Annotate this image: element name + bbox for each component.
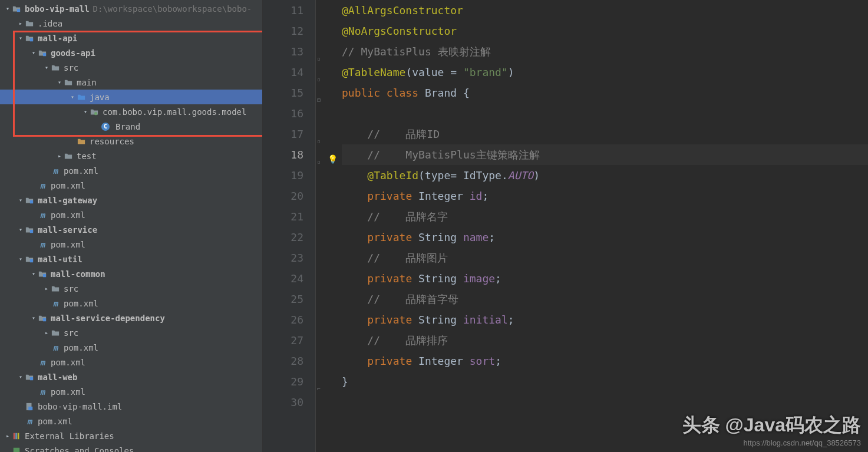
fold-box-icon[interactable]: ▫	[317, 69, 321, 90]
line-number[interactable]: 22	[263, 227, 303, 248]
tree-item--idea[interactable]: ▸.idea	[0, 16, 262, 31]
tree-item-pom-xml[interactable]: mpom.xml	[0, 207, 262, 222]
line-number[interactable]: 12	[263, 21, 303, 41]
chevron-right-icon[interactable]: ▸	[42, 285, 51, 292]
fold-open-icon[interactable]: ⊟	[317, 90, 321, 110]
code-line[interactable]: private Integer id;	[342, 186, 868, 206]
chevron-down-icon[interactable]: ▾	[16, 35, 25, 41]
chevron-down-icon[interactable]: ▾	[29, 270, 38, 277]
line-number[interactable]: 26	[263, 309, 303, 330]
code-line[interactable]: private String initial;	[342, 309, 868, 330]
code-line[interactable]: // 品牌首字母	[342, 289, 868, 309]
chevron-down-icon[interactable]: ▾	[16, 197, 25, 203]
tree-item-pom-xml[interactable]: mpom.xml	[0, 384, 262, 399]
code-line[interactable]: @TableId(type= IdType.AUTO)	[342, 165, 868, 186]
line-number[interactable]: 18	[263, 144, 303, 165]
tree-item-pom-xml[interactable]: mpom.xml	[0, 340, 262, 355]
tree-item-main[interactable]: ▾main	[0, 75, 262, 90]
code-line[interactable]: private Integer sort;	[342, 351, 868, 371]
line-number[interactable]: 16	[263, 103, 303, 124]
chevron-down-icon[interactable]: ▾	[42, 64, 51, 71]
chevron-down-icon[interactable]: ▾	[29, 315, 38, 321]
fold-column[interactable]: ▫▫⊟▫▫⌐	[316, 0, 326, 452]
tree-item-pom-xml[interactable]: mpom.xml	[0, 163, 262, 178]
line-number[interactable]: 29	[263, 371, 303, 392]
code-line[interactable]: @TableName(value = "brand")	[342, 62, 868, 83]
line-number[interactable]: 25	[263, 289, 303, 309]
chevron-right-icon[interactable]: ▸	[4, 433, 12, 439]
code-line[interactable]: private String image;	[342, 268, 868, 289]
line-number[interactable]: 20	[263, 186, 303, 206]
tree-item-scratches-and-consoles[interactable]: Scratches and Consoles	[0, 443, 262, 452]
tree-item-brand[interactable]: CBrand	[0, 119, 262, 134]
lightbulb-icon[interactable]: 💡	[328, 149, 338, 170]
code-line[interactable]: private String name;	[342, 227, 868, 248]
tree-item-mall-api[interactable]: ▾mall-api	[0, 31, 262, 45]
code-line[interactable]: // MyBatisPlus 表映射注解	[342, 41, 868, 62]
tree-item-src[interactable]: ▸src	[0, 325, 262, 340]
tree-item-mall-gateway[interactable]: ▾mall-gateway	[0, 193, 262, 207]
tree-item-pom-xml[interactable]: mpom.xml	[0, 414, 262, 428]
tree-item-src[interactable]: ▾src	[0, 60, 262, 75]
code-line[interactable]: // 品牌名字	[342, 206, 868, 227]
tree-item-mall-util[interactable]: ▾mall-util	[0, 252, 262, 266]
line-number[interactable]: 30	[263, 392, 303, 413]
line-number[interactable]: 23	[263, 248, 303, 268]
code-line[interactable]: }	[342, 371, 868, 392]
chevron-down-icon[interactable]: ▾	[16, 374, 25, 380]
tree-item-mall-service-dependency[interactable]: ▾mall-service-dependency	[0, 311, 262, 325]
tree-item-pom-xml[interactable]: mpom.xml	[0, 296, 262, 311]
tree-item-java[interactable]: ▾java	[0, 90, 262, 104]
fold-box-icon[interactable]: ▫	[317, 131, 321, 151]
tree-item-src[interactable]: ▸src	[0, 281, 262, 296]
code-editor[interactable]: 1112131415161718192021222324252627282930…	[263, 0, 868, 452]
chevron-down-icon[interactable]: ▾	[29, 50, 38, 56]
tree-item-mall-common[interactable]: ▾mall-common	[0, 266, 262, 281]
code-line[interactable]: @AllArgsConstructor	[342, 0, 868, 21]
project-tree-panel[interactable]: ▾bobo-vip-mallD:\workspace\boboworkspace…	[0, 0, 263, 452]
line-number-gutter[interactable]: 1112131415161718192021222324252627282930	[263, 0, 316, 452]
chevron-down-icon[interactable]: ▾	[55, 79, 64, 85]
tree-item-resources[interactable]: resources	[0, 134, 262, 149]
chevron-right-icon[interactable]: ▸	[42, 329, 51, 336]
line-number[interactable]: 17	[263, 124, 303, 144]
tree-item-bobo-vip-mall[interactable]: ▾bobo-vip-mallD:\workspace\boboworkspace…	[0, 1, 262, 16]
tree-item-pom-xml[interactable]: mpom.xml	[0, 237, 262, 252]
chevron-down-icon[interactable]: ▾	[68, 94, 77, 100]
tree-item-com-bobo-vip-mall-goods-model[interactable]: ▾com.bobo.vip.mall.goods.model	[0, 104, 262, 119]
code-line[interactable]: // 品牌排序	[342, 330, 868, 351]
code-line[interactable]: public class Brand {	[342, 83, 868, 103]
line-number[interactable]: 11	[263, 0, 303, 21]
tree-item-mall-service[interactable]: ▾mall-service	[0, 222, 262, 237]
code-line[interactable]: // MyBatisPlus主键策略注解	[342, 144, 868, 165]
code-line[interactable]	[342, 392, 868, 413]
line-number[interactable]: 13	[263, 41, 303, 62]
tree-item-pom-xml[interactable]: mpom.xml	[0, 355, 262, 369]
tree-item-pom-xml[interactable]: mpom.xml	[0, 178, 262, 193]
line-number[interactable]: 24	[263, 268, 303, 289]
chevron-right-icon[interactable]: ▸	[55, 153, 64, 159]
tree-item-mall-web[interactable]: ▾mall-web	[0, 369, 262, 384]
fold-close-icon[interactable]: ⌐	[317, 378, 321, 399]
line-number[interactable]: 14	[263, 62, 303, 83]
tree-item-goods-api[interactable]: ▾goods-api	[0, 45, 262, 60]
code-line[interactable]: @NoArgsConstructor	[342, 21, 868, 41]
chevron-right-icon[interactable]: ▸	[16, 20, 25, 27]
chevron-down-icon[interactable]: ▾	[81, 108, 90, 115]
code-line[interactable]: // 品牌图片	[342, 248, 868, 268]
code-line[interactable]: // 品牌ID	[342, 124, 868, 144]
line-number[interactable]: 27	[263, 330, 303, 351]
tree-item-test[interactable]: ▸test	[0, 149, 262, 163]
line-number[interactable]: 19	[263, 165, 303, 186]
fold-box-icon[interactable]: ▫	[317, 48, 321, 69]
code-content[interactable]: @AllArgsConstructor@NoArgsConstructor// …	[339, 0, 868, 452]
line-number[interactable]: 21	[263, 206, 303, 227]
fold-box-icon[interactable]: ▫	[317, 151, 321, 172]
chevron-down-icon[interactable]: ▾	[16, 256, 25, 262]
chevron-down-icon[interactable]: ▾	[4, 5, 12, 12]
tree-item-external-libraries[interactable]: ▸External Libraries	[0, 428, 262, 443]
code-line[interactable]	[342, 103, 868, 124]
line-number[interactable]: 28	[263, 351, 303, 371]
tree-item-bobo-vip-mall-iml[interactable]: bobo-vip-mall.iml	[0, 399, 262, 414]
chevron-down-icon[interactable]: ▾	[16, 226, 25, 233]
